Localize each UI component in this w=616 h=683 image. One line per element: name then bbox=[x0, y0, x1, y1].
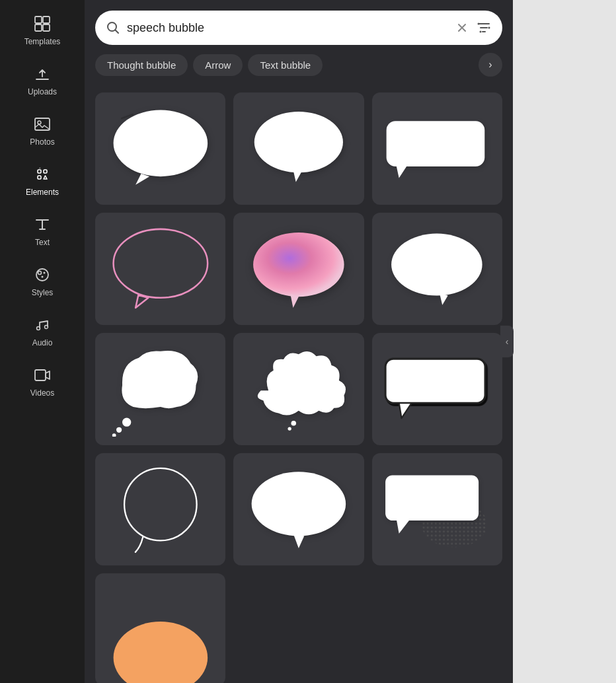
search-query[interactable]: speech bubble bbox=[127, 21, 448, 35]
svg-point-28 bbox=[392, 233, 483, 295]
bubble-item-10[interactable] bbox=[95, 453, 225, 565]
elements-panel: speech bubble Thought bubble Arrow Text … bbox=[85, 0, 513, 683]
svg-point-33 bbox=[291, 421, 297, 426]
svg-marker-29 bbox=[440, 293, 449, 305]
bubble-item-3[interactable] bbox=[372, 92, 502, 205]
text-icon bbox=[33, 215, 52, 234]
bubble-item-7[interactable] bbox=[95, 333, 225, 445]
svg-point-15 bbox=[488, 27, 490, 29]
svg-point-5 bbox=[38, 121, 41, 124]
svg-point-38 bbox=[252, 472, 346, 536]
svg-point-14 bbox=[478, 23, 480, 25]
svg-point-30 bbox=[122, 417, 131, 426]
panel-collapse-button[interactable]: ‹ bbox=[500, 326, 514, 357]
sidebar-item-styles[interactable]: Styles bbox=[0, 256, 85, 306]
bubble-item-4[interactable] bbox=[95, 213, 225, 325]
bubble-item-1[interactable] bbox=[95, 92, 225, 205]
svg-rect-22 bbox=[387, 121, 485, 166]
svg-rect-0 bbox=[35, 17, 42, 23]
sidebar-item-audio[interactable]: Audio bbox=[0, 306, 85, 357]
elements-icon bbox=[33, 165, 52, 184]
svg-point-26 bbox=[253, 233, 344, 297]
svg-point-44 bbox=[113, 622, 208, 683]
bubble-item-2[interactable] bbox=[233, 92, 364, 205]
bubble-item-8[interactable] bbox=[233, 333, 364, 445]
sidebar-styles-label: Styles bbox=[32, 288, 54, 297]
svg-point-20 bbox=[254, 112, 343, 172]
svg-point-11 bbox=[45, 326, 48, 329]
svg-point-37 bbox=[124, 468, 197, 541]
search-icon bbox=[106, 20, 120, 35]
search-container: speech bubble bbox=[85, 0, 513, 53]
svg-point-17 bbox=[113, 110, 208, 176]
svg-point-32 bbox=[112, 433, 116, 437]
sidebar-item-uploads[interactable]: Uploads bbox=[0, 55, 85, 106]
styles-icon bbox=[33, 266, 52, 284]
filter-chips: Thought bubble Arrow Text bubble › bbox=[85, 53, 513, 87]
sidebar-photos-label: Photos bbox=[30, 137, 54, 147]
bubble-item-9[interactable] bbox=[372, 333, 502, 445]
chip-thought-bubble[interactable]: Thought bubble bbox=[95, 54, 188, 76]
svg-marker-43 bbox=[397, 519, 409, 533]
sidebar-text-label: Text bbox=[35, 238, 50, 247]
videos-icon bbox=[33, 366, 52, 384]
svg-rect-2 bbox=[35, 24, 42, 31]
svg-marker-18 bbox=[135, 174, 149, 185]
search-clear-button[interactable] bbox=[455, 20, 469, 35]
svg-point-6 bbox=[36, 269, 48, 281]
chip-text-bubble[interactable]: Text bubble bbox=[248, 54, 323, 76]
search-filter-button[interactable] bbox=[476, 20, 492, 36]
bubbles-grid bbox=[85, 87, 513, 683]
sidebar-videos-label: Videos bbox=[30, 388, 54, 398]
svg-marker-23 bbox=[397, 166, 406, 178]
uploads-icon bbox=[33, 65, 52, 83]
chips-next-button[interactable]: › bbox=[479, 53, 502, 77]
photos-icon bbox=[33, 115, 52, 133]
bubble-item-6[interactable] bbox=[372, 213, 502, 325]
templates-icon bbox=[33, 15, 52, 33]
svg-point-10 bbox=[37, 327, 40, 330]
bubble-item-5[interactable] bbox=[233, 213, 364, 325]
sidebar-elements-label: Elements bbox=[26, 188, 59, 197]
svg-point-9 bbox=[42, 276, 44, 278]
sidebar-templates-label: Templates bbox=[24, 37, 61, 46]
svg-point-24 bbox=[113, 229, 208, 298]
bubble-item-12[interactable] bbox=[372, 453, 502, 565]
bubble-item-13[interactable] bbox=[95, 573, 225, 683]
svg-marker-36 bbox=[399, 403, 412, 418]
svg-point-8 bbox=[44, 272, 46, 274]
svg-point-7 bbox=[38, 271, 42, 275]
canvas-area[interactable] bbox=[513, 0, 616, 683]
svg-rect-35 bbox=[386, 359, 486, 403]
svg-rect-3 bbox=[43, 24, 50, 31]
svg-point-34 bbox=[288, 427, 291, 430]
svg-rect-42 bbox=[386, 475, 479, 521]
svg-point-31 bbox=[116, 427, 122, 432]
sidebar-uploads-label: Uploads bbox=[28, 87, 57, 96]
sidebar-item-elements[interactable]: Elements bbox=[0, 156, 85, 206]
sidebar-item-text[interactable]: Text bbox=[0, 206, 85, 256]
bubble-item-11[interactable] bbox=[233, 453, 364, 565]
svg-rect-12 bbox=[35, 370, 46, 380]
svg-point-16 bbox=[480, 31, 482, 33]
svg-rect-1 bbox=[43, 17, 50, 23]
sidebar-item-photos[interactable]: Photos bbox=[0, 106, 85, 156]
svg-marker-25 bbox=[135, 295, 148, 307]
search-bar: speech bubble bbox=[95, 11, 502, 45]
audio-icon bbox=[33, 316, 52, 334]
sidebar-audio-label: Audio bbox=[32, 338, 53, 347]
chip-arrow[interactable]: Arrow bbox=[193, 54, 243, 76]
sidebar-item-videos[interactable]: Videos bbox=[0, 357, 85, 407]
sidebar: Templates Uploads Photos Elements bbox=[0, 0, 85, 683]
sidebar-item-templates[interactable]: Templates bbox=[0, 5, 85, 55]
